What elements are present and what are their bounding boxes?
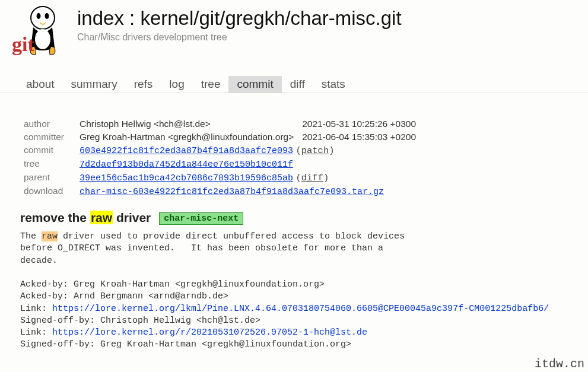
tab-about[interactable]: about bbox=[18, 76, 63, 93]
author-label: author bbox=[24, 118, 78, 130]
svg-point-0 bbox=[31, 7, 55, 29]
highlight-keyword: raw bbox=[90, 211, 113, 224]
repo-link[interactable]: kernel/git/gregkh/char-misc.git bbox=[140, 7, 401, 29]
committer-name: Greg Kroah-Hartman <gregkh@linuxfoundati… bbox=[80, 131, 301, 143]
svg-text:git: git bbox=[12, 33, 34, 55]
tree-label: tree bbox=[24, 158, 78, 170]
svg-point-3 bbox=[35, 29, 50, 49]
commit-subject: remove the raw driver char-misc-next bbox=[20, 211, 588, 225]
commit-info-table: author Christoph Hellwig <hch@lst.de> 20… bbox=[23, 117, 424, 199]
tab-refs[interactable]: refs bbox=[126, 76, 161, 93]
header: git index : kernel/git/gregkh/char-misc.… bbox=[0, 0, 588, 61]
lore-link-2[interactable]: https://lore.kernel.org/r/20210531072526… bbox=[52, 328, 367, 338]
parent-label: parent bbox=[24, 171, 78, 184]
tree-hash-link[interactable]: 7d2daef913b0da7452d1a844ee76e150b10c011f bbox=[80, 160, 293, 170]
index-label: index bbox=[77, 7, 124, 29]
page-title: index : kernel/git/gregkh/char-misc.git bbox=[77, 7, 402, 30]
tab-stats[interactable]: stats bbox=[313, 76, 354, 93]
tab-tree[interactable]: tree bbox=[193, 76, 229, 93]
table-row: parent 39ee156c5ac1b9ca42cb7086c7893b195… bbox=[24, 171, 423, 184]
tab-commit[interactable]: commit bbox=[228, 76, 281, 93]
diff-link[interactable]: diff bbox=[301, 173, 323, 183]
lore-link-1[interactable]: https://lore.kernel.org/lkml/Pine.LNX.4.… bbox=[52, 304, 549, 314]
tab-log[interactable]: log bbox=[161, 76, 192, 93]
branch-label[interactable]: char-misc-next bbox=[159, 212, 243, 225]
patch-link[interactable]: patch bbox=[301, 145, 329, 156]
table-row: committer Greg Kroah-Hartman <gregkh@lin… bbox=[24, 131, 423, 143]
author-name: Christoph Hellwig <hch@lst.de> bbox=[80, 118, 301, 130]
tabs-nav: aboutsummaryrefslogtreecommitdiffstats bbox=[0, 76, 588, 93]
tab-diff[interactable]: diff bbox=[282, 76, 313, 93]
table-row: author Christoph Hellwig <hch@lst.de> 20… bbox=[24, 118, 423, 130]
svg-point-2 bbox=[45, 13, 49, 19]
highlight-keyword: raw bbox=[42, 231, 58, 241]
logo-git: git bbox=[11, 5, 77, 61]
tab-summary[interactable]: summary bbox=[63, 76, 126, 93]
committer-label: committer bbox=[24, 131, 78, 143]
author-date: 2021-05-31 10:25:26 +0300 bbox=[302, 118, 423, 130]
table-row: tree 7d2daef913b0da7452d1a844ee76e150b10… bbox=[24, 158, 423, 170]
committer-date: 2021-06-04 15:35:03 +0200 bbox=[302, 131, 423, 143]
repo-subtitle: Char/Misc drivers development tree bbox=[77, 32, 402, 43]
download-link[interactable]: char-misc-603e4922f1c81fc2ed3a87b4f91a8d… bbox=[80, 187, 384, 197]
commit-hash-link[interactable]: 603e4922f1c81fc2ed3a87b4f91a8d3aafc7e093 bbox=[80, 146, 293, 156]
watermark: itdw.cn bbox=[535, 357, 584, 371]
commit-body: The raw driver used to provide direct un… bbox=[20, 231, 588, 351]
svg-point-1 bbox=[37, 13, 41, 19]
commit-label: commit bbox=[24, 144, 78, 157]
table-row: commit 603e4922f1c81fc2ed3a87b4f91a8d3aa… bbox=[24, 144, 423, 157]
download-label: download bbox=[24, 185, 78, 198]
title-block: index : kernel/git/gregkh/char-misc.git … bbox=[77, 5, 402, 43]
table-row: download char-misc-603e4922f1c81fc2ed3a8… bbox=[24, 185, 423, 198]
parent-hash-link[interactable]: 39ee156c5ac1b9ca42cb7086c7893b19596c85ab bbox=[80, 173, 293, 183]
